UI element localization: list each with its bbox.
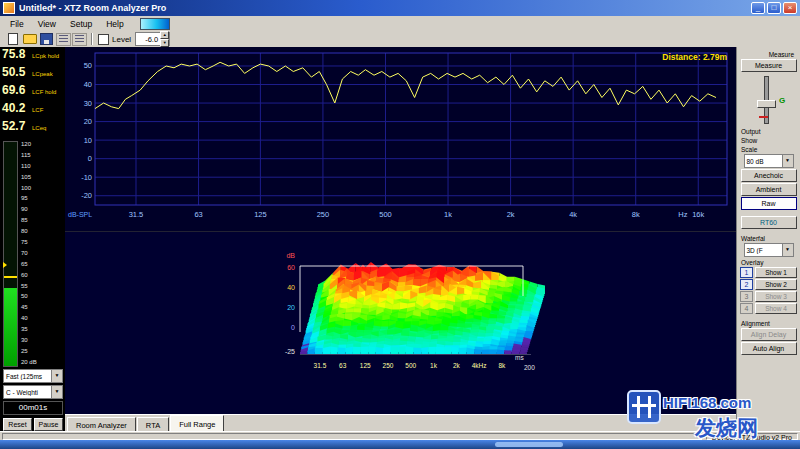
overlay-show-4-button[interactable]: Show 4 bbox=[755, 303, 797, 314]
new-file-button[interactable] bbox=[4, 32, 21, 46]
meter-scale-label: 65 bbox=[21, 261, 65, 267]
reading-lcpeak: 50.5 LCpeak bbox=[0, 65, 65, 83]
level-meter: 1201151101051009590858075706560555045403… bbox=[3, 141, 65, 365]
waterfall-mode-select[interactable]: 3D (F ▼ bbox=[744, 243, 794, 257]
meter-scale-label: 25 bbox=[21, 348, 65, 354]
overlay-1-chip[interactable]: 1 bbox=[740, 267, 753, 278]
overlay-show-3-button[interactable]: Show 3 bbox=[755, 291, 797, 302]
reading-label: LCpk hold bbox=[32, 53, 59, 59]
meter-scale-label: 20 dB bbox=[21, 359, 65, 365]
svg-text:125: 125 bbox=[360, 362, 371, 369]
meter-scale-label: 115 bbox=[21, 152, 65, 158]
overlay-3-chip[interactable]: 3 bbox=[740, 291, 753, 302]
menu-help[interactable]: Help bbox=[99, 18, 130, 30]
svg-text:dB-SPL: dB-SPL bbox=[68, 211, 92, 218]
reading-value: 50.5 bbox=[2, 65, 32, 79]
spinner-up-icon[interactable]: ▲ bbox=[160, 31, 169, 39]
auto-align-button[interactable]: Auto Align bbox=[741, 342, 797, 355]
waterfall-label: Waterfal bbox=[741, 235, 800, 242]
svg-text:2k: 2k bbox=[453, 362, 461, 369]
save-disk-icon bbox=[40, 33, 53, 45]
device-status: Device: XTZ Audio v2 Pro bbox=[706, 433, 798, 440]
svg-text:0: 0 bbox=[291, 324, 295, 331]
timer-display: 00m01s bbox=[3, 401, 63, 415]
overlay-label: Overlay bbox=[741, 259, 800, 266]
meter-controls: Fast (125ms ▼ C - Weighti ▼ 00m01s Reset… bbox=[3, 369, 63, 431]
status-left-cell bbox=[2, 433, 702, 440]
spinner-down-icon[interactable]: ▼ bbox=[160, 39, 169, 47]
overlay-row-1: 1 Show 1 bbox=[740, 267, 797, 278]
reading-label: LCF hold bbox=[32, 89, 56, 95]
align-delay-button[interactable]: Align Delay bbox=[741, 328, 797, 341]
menu-file[interactable]: File bbox=[3, 18, 31, 30]
meter-scale-label: 85 bbox=[21, 217, 65, 223]
anechoic-button[interactable]: Anechoic bbox=[741, 169, 797, 182]
rt60-button[interactable]: RT60 bbox=[741, 216, 797, 229]
reading-label: LCpeak bbox=[32, 71, 53, 77]
menu-view[interactable]: View bbox=[31, 18, 63, 30]
scale-select[interactable]: 80 dB ▼ bbox=[744, 154, 794, 168]
svg-text:40: 40 bbox=[84, 80, 92, 89]
level-checkbox[interactable] bbox=[98, 34, 109, 45]
taskbar bbox=[0, 440, 800, 449]
meter-scale-label: 60 bbox=[21, 272, 65, 278]
svg-text:40: 40 bbox=[287, 284, 295, 291]
svg-text:4kHz: 4kHz bbox=[472, 362, 487, 369]
taskbar-handle[interactable] bbox=[495, 442, 563, 447]
svg-text:31.5: 31.5 bbox=[129, 210, 144, 219]
chevron-down-icon[interactable]: ▼ bbox=[782, 155, 793, 167]
ambient-button[interactable]: Ambient bbox=[741, 183, 797, 196]
distance-readout: Distance: 2.79m bbox=[662, 52, 727, 62]
scale-value: 80 dB bbox=[745, 158, 782, 165]
slider-handle[interactable] bbox=[757, 100, 776, 108]
svg-text:0: 0 bbox=[88, 154, 92, 163]
svg-text:8k: 8k bbox=[632, 210, 640, 219]
svg-text:-25: -25 bbox=[285, 348, 295, 355]
chevron-down-icon[interactable]: ▼ bbox=[51, 386, 62, 398]
level-value: -6.0 bbox=[136, 35, 160, 44]
waterfall-svg: dB6040200-2531.5631252505001k2k4kHz8kms2… bbox=[65, 232, 737, 414]
meter-marker-icon bbox=[3, 262, 7, 268]
weighting-select[interactable]: C - Weighti ▼ bbox=[3, 385, 63, 399]
close-button[interactable]: × bbox=[783, 2, 797, 14]
svg-text:16k: 16k bbox=[692, 210, 704, 219]
menu-setup[interactable]: Setup bbox=[63, 18, 99, 30]
spl-chart: 50403020100-10-2031.5631252505001k2k4k8k… bbox=[65, 47, 737, 231]
svg-text:250: 250 bbox=[383, 362, 394, 369]
waterfall-chart: dB6040200-2531.5631252505001k2k4kHz8kms2… bbox=[65, 231, 737, 414]
meter-peak-line bbox=[4, 276, 17, 278]
toolbar-toggle-1[interactable] bbox=[56, 33, 71, 46]
spl-meter-panel: 75.8 LCpk hold 50.5 LCpeak 69.6 LCF hold… bbox=[0, 47, 65, 431]
svg-text:-20: -20 bbox=[81, 191, 92, 200]
minimize-button[interactable]: _ bbox=[751, 2, 765, 14]
raw-button[interactable]: Raw bbox=[741, 197, 797, 210]
response-speed-value: Fast (125ms bbox=[4, 373, 51, 380]
overlay-show-1-button[interactable]: Show 1 bbox=[755, 267, 797, 278]
new-document-icon bbox=[8, 33, 18, 45]
meter-scale-label: 70 bbox=[21, 250, 65, 256]
overlay-row-4: 4 Show 4 bbox=[740, 303, 797, 314]
reset-button[interactable]: Reset bbox=[3, 418, 32, 431]
measure-button[interactable]: Measure bbox=[741, 59, 797, 72]
overlay-show-2-button[interactable]: Show 2 bbox=[755, 279, 797, 290]
chevron-down-icon[interactable]: ▼ bbox=[51, 370, 62, 382]
window-title: Untitled* - XTZ Room Analyzer Pro bbox=[19, 3, 749, 13]
svg-text:63: 63 bbox=[194, 210, 202, 219]
level-spinner[interactable]: -6.0 ▲ ▼ bbox=[135, 32, 170, 46]
pause-button[interactable]: Pause bbox=[34, 418, 63, 431]
svg-text:63: 63 bbox=[339, 362, 347, 369]
overlay-2-chip[interactable]: 2 bbox=[740, 279, 753, 290]
meter-scale-label: 95 bbox=[21, 195, 65, 201]
overlay-4-chip[interactable]: 4 bbox=[740, 303, 753, 314]
chevron-down-icon[interactable]: ▼ bbox=[782, 244, 793, 256]
reading-value: 40.2 bbox=[2, 101, 32, 115]
spl-trace bbox=[95, 62, 716, 108]
slider-red-tick bbox=[759, 116, 768, 118]
response-speed-select[interactable]: Fast (125ms ▼ bbox=[3, 369, 63, 383]
save-file-button[interactable] bbox=[38, 32, 55, 46]
reading-lceq: 52.7 LCeq bbox=[0, 119, 65, 137]
maximize-button[interactable]: □ bbox=[767, 2, 781, 14]
open-file-button[interactable] bbox=[21, 32, 38, 46]
toolbar-toggle-2[interactable] bbox=[72, 33, 87, 46]
toolbar: Level -6.0 ▲ ▼ bbox=[0, 31, 800, 48]
